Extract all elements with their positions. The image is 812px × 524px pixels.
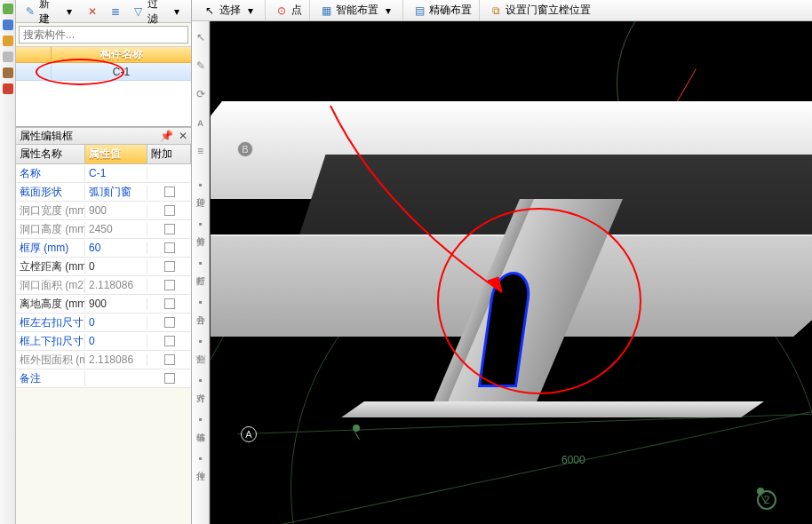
- property-name: 框厚 (mm): [16, 241, 85, 256]
- checkbox-icon[interactable]: [164, 317, 175, 328]
- viewport-tool-button[interactable]: ▪对齐: [194, 362, 208, 398]
- viewport-tool-button[interactable]: ▪偏移: [194, 401, 208, 437]
- tool-icon: ▪: [198, 413, 202, 425]
- property-row[interactable]: 截面形状弧顶门窗: [16, 183, 191, 202]
- point-icon: ⊙: [275, 4, 289, 18]
- palette-blue-icon: [3, 20, 13, 30]
- property-extra-cell: [147, 187, 191, 197]
- component-search-input[interactable]: [19, 26, 188, 44]
- property-row[interactable]: 框上下扣尺寸 (0: [16, 332, 191, 351]
- component-list-item[interactable]: C-1: [16, 63, 191, 81]
- property-name: 框上下扣尺寸 (: [16, 334, 85, 349]
- property-row[interactable]: 名称C-1: [16, 164, 191, 183]
- window-pos-icon: ⧉: [489, 4, 503, 18]
- property-value[interactable]: C-1: [85, 167, 147, 179]
- pin-icon[interactable]: 📌: [160, 130, 173, 142]
- property-value[interactable]: 60: [85, 242, 147, 254]
- tool-icon: ▪: [198, 335, 202, 347]
- property-value[interactable]: 900: [85, 204, 147, 217]
- palette-orange-icon: [3, 36, 13, 46]
- property-value[interactable]: 2.118086: [85, 279, 147, 291]
- select-button[interactable]: ↖ 选择 ▾: [199, 1, 261, 20]
- palette-gray-icon: [3, 52, 13, 62]
- point-button[interactable]: ⊙ 点: [271, 1, 306, 20]
- property-row[interactable]: 洞口高度 (mm)2450: [16, 220, 191, 239]
- property-value[interactable]: 0: [85, 316, 147, 329]
- checkbox-icon[interactable]: [164, 298, 175, 309]
- viewport-tool-button[interactable]: ▪延伸: [194, 167, 208, 202]
- viewport-tool-button[interactable]: ▪拉伸: [194, 441, 208, 476]
- viewport-tool-button[interactable]: ▪修剪: [194, 206, 208, 242]
- smart-layout-label: 智能布置: [336, 3, 378, 18]
- viewport-tool-button[interactable]: ✎: [194, 53, 208, 78]
- property-name: 离地高度 (mm): [16, 297, 85, 312]
- property-extra-cell: [147, 280, 191, 290]
- set-window-pos-button[interactable]: ⧉ 设置门窗立樘位置: [485, 1, 594, 20]
- property-name: 框外围面积 (m2: [16, 353, 85, 368]
- property-name: 洞口高度 (mm): [16, 222, 85, 237]
- dropdown-icon: ▾: [171, 4, 184, 19]
- property-row[interactable]: 框厚 (mm)60: [16, 239, 191, 258]
- property-value[interactable]: 2450: [85, 223, 147, 235]
- component-item-label: C-1: [52, 66, 191, 78]
- sort-button[interactable]: ≣: [105, 3, 126, 20]
- viewport-tool-button[interactable]: ↖: [194, 25, 208, 50]
- property-extra-cell: [147, 298, 191, 309]
- cursor-icon: ↖: [203, 4, 217, 18]
- floor-edge: [341, 401, 764, 417]
- property-row[interactable]: 框外围面积 (m22.118086: [16, 351, 191, 369]
- property-value[interactable]: 900: [85, 298, 147, 310]
- smart-layout-button[interactable]: ▦ 智能布置 ▾: [315, 1, 399, 20]
- property-extra-cell: [147, 261, 191, 272]
- checkbox-icon[interactable]: [164, 336, 175, 346]
- viewport-3d[interactable]: B A 2 6000: [210, 21, 812, 524]
- checkbox-icon[interactable]: [164, 354, 175, 365]
- viewport-tool-button[interactable]: ≡: [194, 139, 208, 163]
- checkbox-icon[interactable]: [164, 224, 175, 234]
- window-pos-label: 设置门窗立樘位置: [506, 3, 591, 18]
- new-icon: ✎: [23, 4, 36, 19]
- viewport-tool-button[interactable]: ▪打断: [194, 245, 208, 281]
- checkbox-icon[interactable]: [164, 280, 175, 290]
- property-row[interactable]: 框左右扣尺寸 (0: [16, 314, 191, 332]
- property-name: 名称: [16, 166, 85, 181]
- property-row[interactable]: 备注: [16, 369, 191, 388]
- tool-icon: ⟳: [196, 88, 205, 100]
- property-extra-cell: [147, 242, 191, 253]
- point-label: 点: [291, 3, 302, 18]
- checkbox-icon[interactable]: [164, 261, 175, 272]
- property-row[interactable]: 洞口面积 (m2)2.118086: [16, 276, 191, 295]
- property-extra-cell: [147, 317, 191, 328]
- grid-point: [757, 488, 764, 495]
- precise-layout-icon: ▤: [412, 4, 426, 18]
- viewport-tool-button[interactable]: ▪分割: [194, 323, 208, 359]
- viewport-tool-button[interactable]: ⟳: [194, 82, 208, 107]
- checkbox-icon[interactable]: [164, 205, 175, 216]
- palette-green-icon: [3, 4, 13, 14]
- property-name: 洞口面积 (m2): [16, 278, 85, 293]
- property-row[interactable]: 立樘距离 (mm)0: [16, 258, 191, 276]
- tool-icon: ↖: [196, 31, 205, 44]
- property-value[interactable]: 0: [85, 260, 147, 273]
- dropdown-icon: ▾: [243, 4, 258, 18]
- checkbox-icon[interactable]: [164, 373, 175, 384]
- property-value[interactable]: 弧顶门窗: [85, 185, 147, 200]
- delete-button[interactable]: ✕: [82, 3, 103, 20]
- property-row[interactable]: 洞口宽度 (mm)900: [16, 202, 191, 220]
- close-icon[interactable]: ✕: [179, 130, 187, 142]
- viewport-tool-button[interactable]: ▪合并: [194, 284, 208, 320]
- property-extra-cell: [147, 336, 191, 346]
- checkbox-icon[interactable]: [164, 187, 175, 197]
- precise-layout-button[interactable]: ▤ 精确布置: [409, 1, 475, 20]
- select-label: 选择: [219, 3, 241, 18]
- dropdown-icon: ▾: [381, 4, 395, 18]
- property-value[interactable]: 0: [85, 335, 147, 347]
- checkbox-icon[interactable]: [164, 242, 175, 253]
- tool-icon: ▪: [198, 374, 202, 386]
- viewport-tool-button[interactable]: ᴀ: [194, 110, 208, 135]
- property-row[interactable]: 离地高度 (mm)900: [16, 295, 191, 314]
- property-value[interactable]: 2.118086: [85, 353, 147, 366]
- grid-point: [353, 425, 360, 432]
- property-extra-cell: [147, 205, 191, 216]
- tool-icon: ▪: [198, 452, 202, 464]
